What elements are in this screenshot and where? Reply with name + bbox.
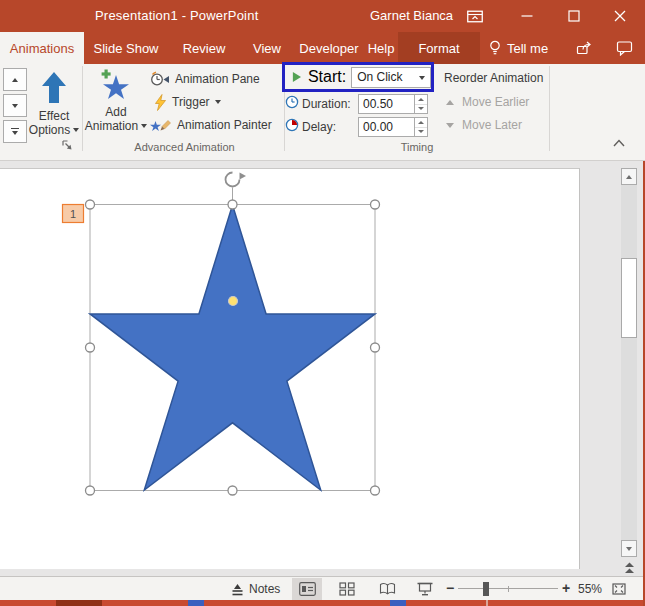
shape-adjust-handle[interactable]	[229, 297, 238, 306]
zoom-slider-handle[interactable]	[483, 582, 489, 596]
minimize-button[interactable]	[510, 0, 544, 32]
reading-view-button[interactable]	[372, 578, 402, 600]
collapse-ribbon-button[interactable]	[608, 134, 630, 152]
duration-clock-icon	[285, 95, 299, 109]
double-chevron-up-icon	[624, 562, 635, 574]
powerpoint-window: Presentation1 - PowerPoint Garnet Bianca	[0, 0, 645, 606]
lightning-bolt-icon	[154, 94, 167, 111]
slide-content: 1	[0, 161, 580, 562]
dropdown-caret-icon	[73, 128, 79, 132]
lightbulb-icon	[489, 40, 501, 57]
minimize-icon	[521, 10, 533, 22]
gallery-scroll-up-button[interactable]	[3, 68, 27, 91]
animation-number-badge[interactable]: 1	[63, 205, 84, 223]
duration-value[interactable]: 00.50	[359, 95, 414, 113]
dialog-launcher-icon	[61, 139, 74, 152]
duration-spin-up[interactable]	[415, 95, 427, 105]
resize-handle-mid-left[interactable]	[86, 343, 95, 352]
gallery-scroll-down-button[interactable]	[3, 94, 27, 117]
vertical-scrollbar[interactable]	[621, 168, 637, 557]
duration-label: Duration:	[302, 97, 351, 111]
status-bar: Notes	[0, 576, 645, 600]
start-dropdown[interactable]: On Click	[351, 67, 431, 88]
delay-spin-down[interactable]	[415, 128, 427, 137]
tell-me-label: Tell me	[507, 41, 548, 56]
resize-handle-mid-right[interactable]	[371, 343, 380, 352]
zoom-in-button[interactable]: +	[562, 580, 570, 596]
tab-view[interactable]: View	[240, 32, 294, 64]
add-animation-button[interactable]: Add Animation	[86, 66, 146, 150]
zoom-percent[interactable]: 55%	[578, 582, 602, 596]
close-button[interactable]	[603, 0, 637, 32]
tab-format[interactable]: Format	[398, 32, 480, 64]
ribbon-display-options-button[interactable]	[458, 0, 492, 32]
star-shape[interactable]	[90, 205, 375, 490]
more-bar-icon	[11, 128, 19, 130]
svg-text:1: 1	[70, 208, 76, 220]
ribbon-tab-bar: Animations Slide Show Review View Develo…	[0, 32, 645, 64]
share-icon	[575, 40, 593, 56]
zoom-out-button[interactable]: −	[446, 580, 454, 596]
tab-animations[interactable]: Animations	[0, 32, 84, 64]
resize-handle-top-center[interactable]	[228, 200, 237, 209]
notes-label: Notes	[249, 582, 280, 596]
start-label: Start:	[308, 68, 346, 86]
down-triangle-icon	[446, 123, 454, 128]
share-button[interactable]	[567, 32, 601, 64]
up-triangle-icon	[446, 100, 454, 105]
slide-show-view-button[interactable]	[410, 578, 440, 600]
up-triangle-icon	[12, 78, 18, 82]
animation-pane-icon	[150, 71, 170, 87]
duration-spinbox[interactable]: 00.50	[358, 94, 428, 114]
signed-in-user: Garnet Bianca	[370, 8, 453, 23]
delay-value[interactable]: 00.00	[359, 118, 414, 136]
play-icon	[292, 71, 302, 83]
resize-handle-bottom-left[interactable]	[86, 486, 95, 495]
effect-options-button[interactable]: Effect Options	[28, 66, 80, 150]
down-triangle-icon	[12, 104, 18, 108]
duration-spin-down[interactable]	[415, 105, 427, 114]
gallery-more-button[interactable]	[3, 120, 27, 143]
animation-painter-icon	[150, 117, 172, 133]
fit-to-window-icon	[611, 582, 627, 596]
delay-label: Delay:	[302, 120, 336, 134]
tab-developer[interactable]: Developer	[294, 32, 364, 64]
animation-dialog-launcher[interactable]	[61, 139, 74, 152]
trigger-button[interactable]: Trigger	[154, 92, 221, 112]
scroll-up-button[interactable]	[621, 168, 637, 185]
tab-slide-show[interactable]: Slide Show	[84, 32, 168, 64]
delay-spinbox[interactable]: 00.00	[358, 117, 428, 137]
timing-group-label: Timing	[286, 141, 548, 153]
notes-button[interactable]: Notes	[226, 578, 285, 600]
normal-view-button[interactable]	[292, 578, 322, 600]
maximize-button[interactable]	[557, 0, 591, 32]
slide-sorter-view-button[interactable]	[332, 578, 362, 600]
rotation-handle[interactable]	[226, 173, 247, 187]
tab-review[interactable]: Review	[168, 32, 240, 64]
reorder-animation-label: Reorder Animation	[444, 71, 543, 85]
scrollbar-thumb[interactable]	[621, 258, 637, 338]
move-earlier-button: Move Earlier	[446, 95, 529, 109]
scroll-down-button[interactable]	[621, 540, 637, 557]
notes-icon	[231, 582, 244, 596]
animation-painter-button[interactable]: Animation Painter	[150, 115, 272, 135]
slide-sorter-icon	[339, 582, 355, 596]
previous-slide-button[interactable]	[621, 560, 637, 576]
down-triangle-icon	[12, 131, 18, 135]
resize-handle-bottom-right[interactable]	[371, 486, 380, 495]
comment-icon	[616, 40, 633, 56]
reading-view-icon	[379, 582, 396, 596]
close-icon	[614, 10, 626, 22]
resize-handle-top-left[interactable]	[86, 200, 95, 209]
tell-me-box[interactable]: Tell me	[489, 32, 548, 64]
title-bar: Presentation1 - PowerPoint Garnet Bianca	[0, 0, 645, 32]
delay-spin-up[interactable]	[415, 118, 427, 128]
slide-show-icon	[417, 582, 433, 596]
resize-handle-top-right[interactable]	[371, 200, 380, 209]
fit-slide-to-window-button[interactable]	[606, 578, 632, 600]
tab-help[interactable]: Help	[364, 32, 398, 64]
resize-handle-bottom-center[interactable]	[228, 486, 237, 495]
dropdown-caret-icon	[419, 76, 425, 80]
animation-pane-button[interactable]: Animation Pane	[150, 69, 260, 89]
comments-button[interactable]	[607, 32, 641, 64]
